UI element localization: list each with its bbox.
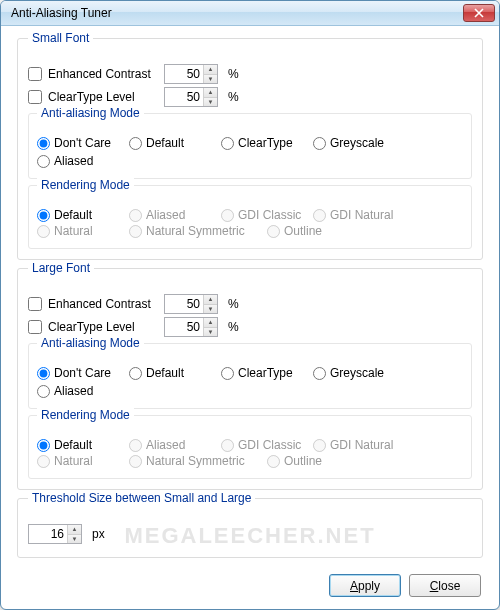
large-render-row1: Default Aliased GDI Classic GDI Natural xyxy=(37,438,463,452)
small-render-default[interactable]: Default xyxy=(37,208,121,222)
small-aa-cleartype[interactable]: ClearType xyxy=(221,136,305,150)
large-enhanced-row: Enhanced Contrast ▲ ▼ % xyxy=(28,294,472,314)
small-font-legend: Small Font xyxy=(28,31,93,45)
small-cleartype-spinner[interactable]: ▲ ▼ xyxy=(164,87,218,107)
small-enhanced-checkbox[interactable] xyxy=(28,67,42,81)
small-render-gdi-classic[interactable]: GDI Classic xyxy=(221,208,305,222)
large-aa-legend: Anti-aliasing Mode xyxy=(37,336,144,350)
large-enhanced-spinner[interactable]: ▲ ▼ xyxy=(164,294,218,314)
large-font-group: Large Font Enhanced Contrast ▲ ▼ % Clear… xyxy=(17,268,483,490)
large-aa-greyscale[interactable]: Greyscale xyxy=(313,366,397,380)
large-render-aliased[interactable]: Aliased xyxy=(129,438,213,452)
large-enhanced-checkbox[interactable] xyxy=(28,297,42,311)
large-cleartype-spinner[interactable]: ▲ ▼ xyxy=(164,317,218,337)
small-enhanced-row: Enhanced Contrast ▲ ▼ % xyxy=(28,64,472,84)
small-aa-dontcare[interactable]: Don't Care xyxy=(37,136,121,150)
large-render-legend: Rendering Mode xyxy=(37,408,134,422)
small-enhanced-unit: % xyxy=(228,67,239,81)
close-icon[interactable] xyxy=(463,4,495,22)
small-cleartype-input[interactable] xyxy=(165,88,203,106)
spinner-up-icon[interactable]: ▲ xyxy=(68,525,81,535)
small-cleartype-checkbox[interactable] xyxy=(28,90,42,104)
large-render-outline[interactable]: Outline xyxy=(267,454,351,468)
small-render-row1: Default Aliased GDI Classic GDI Natural xyxy=(37,208,463,222)
large-aa-dontcare[interactable]: Don't Care xyxy=(37,366,121,380)
large-cleartype-label: ClearType Level xyxy=(48,320,158,334)
small-aa-legend: Anti-aliasing Mode xyxy=(37,106,144,120)
small-aa-options: Don't Care Default ClearType Greyscale A… xyxy=(37,136,463,168)
large-render-natural[interactable]: Natural xyxy=(37,454,121,468)
large-cleartype-row: ClearType Level ▲ ▼ % xyxy=(28,317,472,337)
large-render-row2: Natural Natural Symmetric Outline xyxy=(37,454,463,468)
threshold-unit: px xyxy=(92,527,105,541)
large-render-default[interactable]: Default xyxy=(37,438,121,452)
large-aa-aliased[interactable]: Aliased xyxy=(37,384,121,398)
spinner-down-icon[interactable]: ▼ xyxy=(204,75,217,84)
large-aa-default[interactable]: Default xyxy=(129,366,213,380)
spinner-up-icon[interactable]: ▲ xyxy=(204,295,217,305)
spinner-up-icon[interactable]: ▲ xyxy=(204,318,217,328)
large-render-gdi-classic[interactable]: GDI Classic xyxy=(221,438,305,452)
small-render-legend: Rendering Mode xyxy=(37,178,134,192)
small-enhanced-input[interactable] xyxy=(165,65,203,83)
threshold-spinner[interactable]: ▲ ▼ xyxy=(28,524,82,544)
threshold-legend: Threshold Size between Small and Large xyxy=(28,491,255,505)
window-title: Anti-Aliasing Tuner xyxy=(11,6,463,20)
small-render-natural-symmetric[interactable]: Natural Symmetric xyxy=(129,224,259,238)
small-font-group: Small Font Enhanced Contrast ▲ ▼ % Clear… xyxy=(17,38,483,260)
large-aa-options: Don't Care Default ClearType Greyscale A… xyxy=(37,366,463,398)
small-cleartype-row: ClearType Level ▲ ▼ % xyxy=(28,87,472,107)
threshold-row: ▲ ▼ px xyxy=(28,524,472,544)
large-cleartype-checkbox[interactable] xyxy=(28,320,42,334)
spinner-down-icon[interactable]: ▼ xyxy=(204,98,217,107)
small-cleartype-unit: % xyxy=(228,90,239,104)
close-label-rest: lose xyxy=(438,579,460,593)
large-render-natural-symmetric[interactable]: Natural Symmetric xyxy=(129,454,259,468)
large-enhanced-label: Enhanced Contrast xyxy=(48,297,158,311)
small-render-group: Rendering Mode Default Aliased GDI Class… xyxy=(28,185,472,249)
spinner-up-icon[interactable]: ▲ xyxy=(204,65,217,75)
small-aa-default[interactable]: Default xyxy=(129,136,213,150)
large-aa-cleartype[interactable]: ClearType xyxy=(221,366,305,380)
spinner-down-icon[interactable]: ▼ xyxy=(204,305,217,314)
small-cleartype-label: ClearType Level xyxy=(48,90,158,104)
small-render-gdi-natural[interactable]: GDI Natural xyxy=(313,208,397,222)
small-render-outline[interactable]: Outline xyxy=(267,224,351,238)
spinner-down-icon[interactable]: ▼ xyxy=(68,535,81,544)
threshold-input[interactable] xyxy=(29,525,67,543)
apply-button[interactable]: Apply xyxy=(329,574,401,597)
large-cleartype-input[interactable] xyxy=(165,318,203,336)
small-enhanced-label: Enhanced Contrast xyxy=(48,67,158,81)
small-aa-group: Anti-aliasing Mode Don't Care Default Cl… xyxy=(28,113,472,179)
small-aa-greyscale[interactable]: Greyscale xyxy=(313,136,397,150)
large-enhanced-unit: % xyxy=(228,297,239,311)
small-render-row2: Natural Natural Symmetric Outline xyxy=(37,224,463,238)
large-render-group: Rendering Mode Default Aliased GDI Class… xyxy=(28,415,472,479)
large-aa-group: Anti-aliasing Mode Don't Care Default Cl… xyxy=(28,343,472,409)
threshold-group: Threshold Size between Small and Large ▲… xyxy=(17,498,483,558)
button-bar: Apply Close xyxy=(17,566,483,599)
large-font-legend: Large Font xyxy=(28,261,94,275)
apply-label-rest: pply xyxy=(358,579,380,593)
large-cleartype-unit: % xyxy=(228,320,239,334)
content-area: Small Font Enhanced Contrast ▲ ▼ % Clear… xyxy=(1,26,499,609)
small-aa-aliased[interactable]: Aliased xyxy=(37,154,121,168)
small-render-aliased[interactable]: Aliased xyxy=(129,208,213,222)
large-render-gdi-natural[interactable]: GDI Natural xyxy=(313,438,397,452)
small-enhanced-spinner[interactable]: ▲ ▼ xyxy=(164,64,218,84)
large-enhanced-input[interactable] xyxy=(165,295,203,313)
close-button[interactable]: Close xyxy=(409,574,481,597)
spinner-up-icon[interactable]: ▲ xyxy=(204,88,217,98)
spinner-down-icon[interactable]: ▼ xyxy=(204,328,217,337)
titlebar: Anti-Aliasing Tuner xyxy=(1,1,499,26)
dialog-window: Anti-Aliasing Tuner Small Font Enhanced … xyxy=(0,0,500,610)
small-render-natural[interactable]: Natural xyxy=(37,224,121,238)
